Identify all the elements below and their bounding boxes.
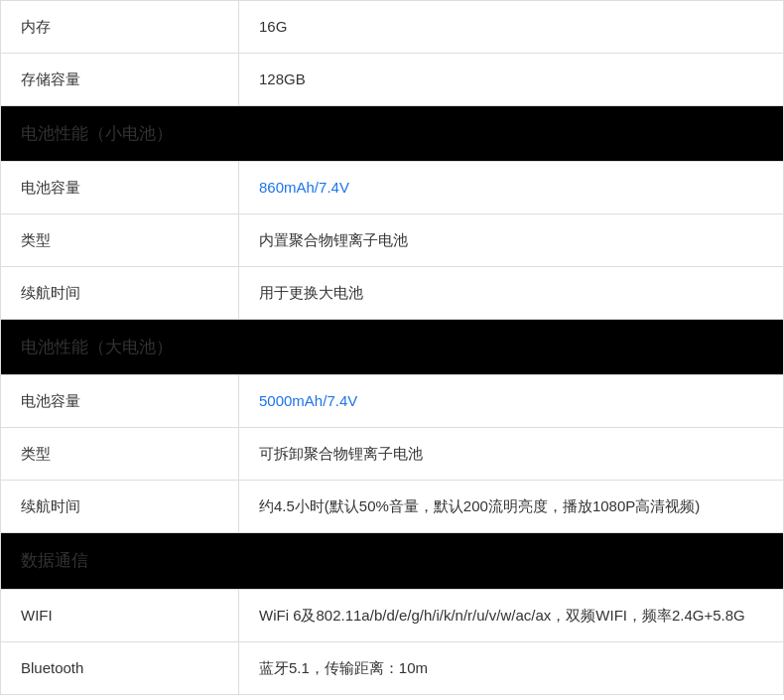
spec-value: 128GB (239, 54, 784, 106)
spec-row: 内存16G (1, 1, 784, 54)
spec-label: 类型 (1, 214, 239, 267)
spec-label: 电池容量 (1, 162, 239, 214)
spec-label: 电池容量 (1, 375, 239, 428)
spec-row: 电池容量5000mAh/7.4V (1, 375, 784, 428)
spec-value: 可拆卸聚合物锂离子电池 (239, 428, 784, 481)
spec-label: Bluetooth (1, 641, 239, 694)
section-header-row: 电池性能（小电池） (1, 106, 784, 162)
section-header-row: 数据通信 (1, 533, 784, 589)
spec-label: 类型 (1, 428, 239, 481)
spec-value: 5000mAh/7.4V (239, 375, 784, 428)
spec-label: 续航时间 (1, 267, 239, 320)
spec-label: 续航时间 (1, 481, 239, 533)
spec-value: 用于更换大电池 (239, 267, 784, 320)
section-header-cell: 电池性能（大电池） (1, 320, 784, 375)
spec-row: 类型内置聚合物锂离子电池 (1, 214, 784, 267)
spec-row: 续航时间用于更换大电池 (1, 267, 784, 320)
spec-row: 续航时间约4.5小时(默认50%音量，默认200流明亮度，播放1080P高清视频… (1, 481, 784, 533)
spec-label: 内存 (1, 1, 239, 54)
spec-row: 电池容量860mAh/7.4V (1, 162, 784, 214)
spec-value: 蓝牙5.1，传输距离：10m (239, 641, 784, 694)
spec-value: 16G (239, 1, 784, 54)
spec-label: WIFI (1, 589, 239, 641)
spec-value: 内置聚合物锂离子电池 (239, 214, 784, 267)
spec-row: Bluetooth蓝牙5.1，传输距离：10m (1, 641, 784, 694)
spec-row: 类型可拆卸聚合物锂离子电池 (1, 428, 784, 481)
section-header-cell: 电池性能（小电池） (1, 106, 784, 162)
section-header-cell: 数据通信 (1, 533, 784, 589)
spec-value: 860mAh/7.4V (239, 162, 784, 214)
spec-value: WiFi 6及802.11a/b/d/e/g/h/i/k/n/r/u/v/w/a… (239, 589, 784, 641)
spec-row: WIFIWiFi 6及802.11a/b/d/e/g/h/i/k/n/r/u/v… (1, 589, 784, 641)
spec-row: 存储容量128GB (1, 54, 784, 106)
spec-value: 约4.5小时(默认50%音量，默认200流明亮度，播放1080P高清视频) (239, 481, 784, 533)
spec-table: 内存16G存储容量128GB电池性能（小电池）电池容量860mAh/7.4V类型… (0, 0, 784, 695)
spec-label: 存储容量 (1, 54, 239, 106)
section-header-row: 电池性能（大电池） (1, 320, 784, 375)
